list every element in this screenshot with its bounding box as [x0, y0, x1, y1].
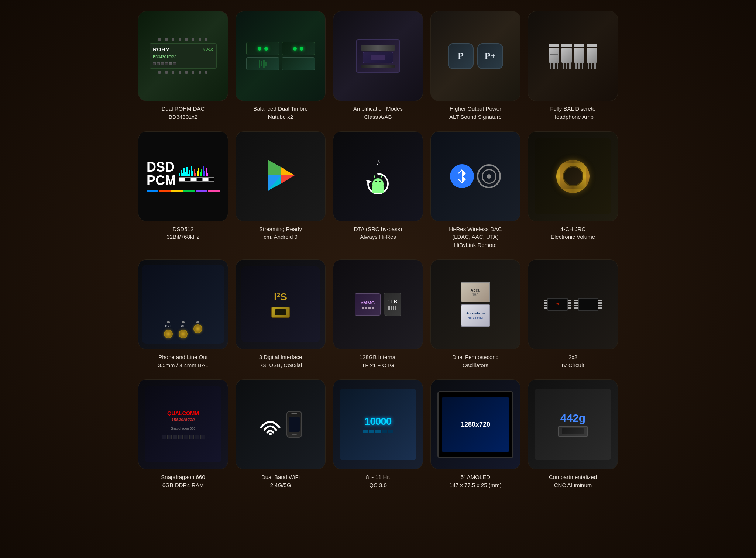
- play-store-icon: [262, 156, 299, 197]
- feature-caption-oscillator: Dual Femtosecond Oscillators: [452, 353, 499, 369]
- feature-iv: TI: [528, 259, 618, 369]
- feature-img-streaming: [236, 131, 326, 221]
- feature-lineout: BAL PH Phone and Line Out 3.5m: [138, 259, 228, 369]
- svg-line-2: [458, 170, 462, 173]
- feature-caption-cnc: Compartmentalized CNC Aluminum: [549, 473, 597, 489]
- feature-img-cnc: 442g: [528, 379, 618, 469]
- chip-pin: [179, 38, 181, 41]
- feature-img-rohm: ROHM MU-1C BD34301EKV: [138, 11, 228, 101]
- feature-caption-ampmode: Amplification Modes Class A/AB: [353, 105, 403, 121]
- feature-img-digital: I²S: [236, 259, 326, 349]
- feature-caption-qualcomm: Snapdragaon 660 6GB DDR4 RAM: [161, 473, 205, 489]
- feature-img-dsd: DSD PCM: [138, 131, 228, 221]
- svg-line-3: [458, 179, 462, 183]
- feature-caption-lineout: Phone and Line Out 3.5mm / 4.4mm BAL: [158, 353, 209, 369]
- chip-pin: [172, 38, 174, 41]
- battery-value: 10000: [365, 416, 392, 427]
- feature-img-iv: TI: [528, 259, 618, 349]
- chip-pin: [199, 71, 201, 74]
- feature-ampmode: Amplification Modes Class A/AB: [333, 11, 423, 121]
- osc-chip-1: Accu 49.1: [461, 282, 490, 302]
- chip-pin: [165, 71, 168, 74]
- feature-headamp: Fully BAL Discrete Headphone Amp: [528, 11, 618, 121]
- resolution-label: 1280x720: [461, 421, 490, 428]
- chip-pin: [172, 71, 174, 74]
- chip-pin: [205, 71, 207, 74]
- svg-point-4: [269, 433, 272, 435]
- feature-power: P P+ Higher Output Power ALT Sound Signa…: [430, 11, 520, 121]
- svg-marker-1: [366, 180, 372, 184]
- feature-qualcomm: QUALCOMM snapdragon Snapdragon 660: [138, 379, 228, 489]
- feature-caption-rohm: Dual ROHM DAC BD34301x2: [162, 105, 205, 121]
- i2s-label: I²S: [274, 291, 287, 303]
- feature-img-battery: 10000: [333, 379, 423, 469]
- feature-caption-streaming: Streaming Ready cm. Android 9: [259, 225, 302, 241]
- weight-label: 442g: [560, 412, 585, 424]
- music-note-icon: ♪: [375, 156, 381, 168]
- feature-caption-storage: 128GB Internal TF x1 + OTG: [360, 353, 397, 369]
- feature-caption-iv: 2x2 IV Circuit: [562, 353, 584, 369]
- feature-img-nutube: [236, 11, 326, 101]
- feature-img-wireless: [430, 131, 520, 221]
- feature-wireless: Hi-Res Wireless DAC (LDAC, AAC, UTA) HiB…: [430, 131, 520, 249]
- chip-pin: [185, 38, 188, 41]
- chip-pin: [205, 38, 207, 41]
- pcm-label: PCM: [147, 174, 176, 187]
- feature-img-jrc: [528, 131, 618, 221]
- feature-caption-jrc: 4-CH JRC Electronic Volume: [551, 225, 595, 241]
- chip-pin: [158, 38, 161, 41]
- chip-pin: [192, 38, 194, 41]
- chip-pin: [185, 71, 188, 74]
- osc-chip-2: Accusilicon 45.1584M: [461, 304, 490, 327]
- feature-caption-dta: DTA (SRC by-pass) Always Hi-Res: [354, 225, 402, 241]
- feature-caption-headamp: Fully BAL Discrete Headphone Amp: [550, 105, 596, 121]
- feature-img-qualcomm: QUALCOMM snapdragon Snapdragon 660: [138, 379, 228, 469]
- feature-caption-wifi: Dual Band WiFi 2.4G/5G: [261, 473, 300, 489]
- feature-cnc: 442g Compartmentalized CNC Aluminum: [528, 379, 618, 489]
- chip-pin: [192, 71, 194, 74]
- wireless-signal-icon: [477, 164, 501, 188]
- feature-digital: I²S 3 Digital Interface I²S, USB, Coaxia…: [236, 259, 326, 369]
- features-grid: ROHM MU-1C BD34301EKV: [138, 11, 618, 489]
- wifi-signal-icon: [259, 414, 281, 435]
- feature-caption-nutube: Balanced Dual Timbre Nutube x2: [253, 105, 308, 121]
- chip-pin: [179, 71, 181, 74]
- pplus-button: P+: [477, 43, 503, 69]
- feature-caption-wireless: Hi-Res Wireless DAC (LDAC, AAC, UTA) HiB…: [449, 225, 502, 249]
- feature-caption-battery: 8 ~ 11 Hr. QC 3.0: [366, 473, 390, 489]
- feature-img-headamp: [528, 11, 618, 101]
- emmc-chip: eMMC: [355, 293, 381, 316]
- feature-nutube: Balanced Dual Timbre Nutube x2: [236, 11, 326, 121]
- feature-caption-display: 5" AMOLED 147 x 77.5 x 25 (mm): [449, 473, 502, 489]
- feature-img-display: 1280x720: [430, 379, 520, 469]
- feature-img-lineout: BAL PH: [138, 259, 228, 349]
- bluetooth-icon: [450, 164, 474, 188]
- feature-caption-dsd: DSD512 32Bit/768kHz: [166, 225, 199, 241]
- dsd-label: DSD: [147, 161, 176, 174]
- p-button: P: [448, 43, 474, 69]
- chip-pin: [199, 38, 201, 41]
- feature-caption-digital: 3 Digital Interface I²S, USB, Coaxial: [259, 353, 302, 369]
- feature-dsd: DSD PCM: [138, 131, 228, 249]
- feature-img-power: P P+: [430, 11, 520, 101]
- chip-pin: [165, 38, 168, 41]
- device-silhouette: [286, 411, 302, 438]
- sd-card: 1TB: [384, 293, 401, 316]
- feature-caption-power: Higher Output Power ALT Sound Signature: [449, 105, 502, 121]
- feature-dta: ♪: [333, 131, 423, 249]
- chip-pin: [158, 71, 161, 74]
- feature-streaming: Streaming Ready cm. Android 9: [236, 131, 326, 249]
- feature-rohm-dac: ROHM MU-1C BD34301EKV: [138, 11, 228, 121]
- feature-img-ampmode: [333, 11, 423, 101]
- feature-jrc: 4-CH JRC Electronic Volume: [528, 131, 618, 249]
- feature-img-dta: ♪: [333, 131, 423, 221]
- feature-img-oscillator: Accu 49.1 Accusilicon 45.1584M: [430, 259, 520, 349]
- feature-img-wifi: [236, 379, 326, 469]
- feature-oscillator: Accu 49.1 Accusilicon 45.1584M Dual Femt…: [430, 259, 520, 369]
- feature-battery: 10000 8 ~ 11 Hr. QC 3.0: [333, 379, 423, 489]
- feature-storage: eMMC 1TB: [333, 259, 423, 369]
- feature-wifi: Dual Band WiFi 2.4G/5G: [236, 379, 326, 489]
- feature-display: 1280x720 5" AMOLED 147 x 77.5 x 25 (mm): [430, 379, 520, 489]
- feature-img-storage: eMMC 1TB: [333, 259, 423, 349]
